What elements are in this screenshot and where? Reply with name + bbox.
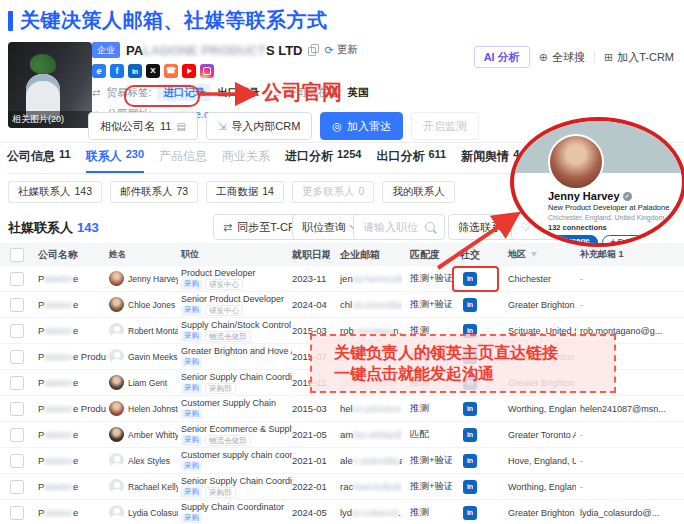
- tab-count: 611: [428, 148, 446, 160]
- linkedin-icon[interactable]: in: [128, 64, 142, 78]
- social-icon-row: efinX☎: [92, 64, 492, 78]
- position-badges: 采购: [181, 409, 292, 419]
- subtab-工商数据[interactable]: 工商数据14: [206, 181, 284, 203]
- contact-name[interactable]: Liam Gent: [128, 378, 167, 388]
- contact-name[interactable]: Alex Styles: [128, 456, 170, 466]
- contact-name[interactable]: Helen Johnstone: [128, 404, 178, 414]
- table-row[interactable]: PaladoneAlex StylesCustomer supply chain…: [0, 448, 684, 474]
- table-row[interactable]: PaladoneJenny HarveyProduct Developer采购研…: [0, 266, 684, 292]
- join-radar-button[interactable]: ◎加入雷达: [320, 112, 403, 140]
- tab-商业关系[interactable]: 商业关系: [222, 148, 270, 173]
- email-cell: rachael.kelly@a...: [330, 481, 402, 492]
- tab-公司信息[interactable]: 公司信息11: [7, 148, 71, 173]
- column-header-label: 姓名: [109, 249, 126, 261]
- position-badges: 采购采购部: [181, 487, 292, 498]
- row-checkbox[interactable]: [10, 506, 24, 520]
- select-all-checkbox[interactable]: [10, 248, 24, 262]
- global-search-button[interactable]: ⊕全球搜: [539, 50, 585, 65]
- company-photo[interactable]: 相关图片(20): [8, 42, 92, 128]
- linkedin-icon[interactable]: in: [463, 298, 477, 312]
- row-checkbox[interactable]: [10, 298, 24, 312]
- tcrm-icon: ⊞: [604, 51, 613, 64]
- position-cell: Product Developer采购研发中心: [178, 268, 292, 290]
- subtab-label: 更多联系人: [302, 185, 355, 199]
- linkedin-icon[interactable]: in: [463, 454, 477, 468]
- company-cell: Paladone: [34, 377, 106, 388]
- row-checkbox[interactable]: [10, 376, 24, 390]
- refresh-button[interactable]: ⟳更新: [324, 43, 357, 57]
- contact-name[interactable]: Robert Monta...: [128, 326, 178, 336]
- contact-name[interactable]: Chloe Jones: [128, 300, 175, 310]
- join-tcrm-button[interactable]: ⊞加入T-CRM: [604, 50, 674, 65]
- tab-产品信息[interactable]: 产品信息: [159, 148, 207, 173]
- contact-name[interactable]: Amber Whitty: [128, 430, 178, 440]
- row-checkbox[interactable]: [10, 324, 24, 338]
- start-date-cell: 2024-04: [292, 299, 330, 310]
- linkedin-icon[interactable]: in: [463, 428, 477, 442]
- filter-funnel-icon[interactable]: [531, 252, 537, 257]
- trade-tags-icon: ⇄: [92, 87, 100, 98]
- social-cell: in: [452, 454, 488, 468]
- x-icon[interactable]: X: [146, 64, 160, 78]
- table-row[interactable]: PaladoneLydia ColasurdoSupply Chain Coor…: [0, 500, 684, 524]
- similar-companies-button[interactable]: 相似公司名11▤: [88, 112, 198, 140]
- row-checkbox[interactable]: [10, 402, 24, 416]
- tab-label: 商业关系: [222, 148, 270, 165]
- phone-icon[interactable]: ☎: [164, 64, 178, 78]
- profile-avatar: [548, 134, 604, 190]
- table-row[interactable]: PaladoneRachael KellySenior Supply Chain…: [0, 474, 684, 500]
- tab-count: 11: [59, 148, 71, 160]
- copy-icon[interactable]: [308, 44, 318, 56]
- tab-出口分析[interactable]: 出口分析611: [376, 148, 446, 173]
- linkedin-icon[interactable]: in: [463, 402, 477, 416]
- company-cell: Paladone: [34, 507, 106, 518]
- position-cell: Supply Chain/Stock Control采购物流仓储部: [178, 320, 292, 342]
- tab-联系人[interactable]: 联系人230: [86, 148, 144, 173]
- facebook-icon[interactable]: f: [110, 64, 124, 78]
- extra-email-cell: lydia_colasurdo@...: [576, 508, 684, 518]
- contact-name[interactable]: Jenny Harvey: [128, 274, 178, 284]
- column-header-label: 匹配度: [410, 249, 440, 260]
- table-row[interactable]: PaladoneAmber WhittySenior Ecommerce & S…: [0, 422, 684, 448]
- export-records-tag[interactable]: 出口记录: [217, 86, 259, 100]
- row-checkbox[interactable]: [10, 454, 24, 468]
- department-name-badge: 采购部: [205, 383, 236, 394]
- column-header: 社交: [452, 248, 488, 262]
- row-checkbox[interactable]: [10, 428, 24, 442]
- table-row[interactable]: PaladoneChloe JonesSenior Product Develo…: [0, 292, 684, 318]
- tab-进口分析[interactable]: 进口分析1254: [285, 148, 361, 173]
- export-icon: ⇲: [218, 121, 226, 132]
- tab-label: 产品信息: [159, 148, 207, 165]
- subtab-社媒联系人[interactable]: 社媒联系人143: [8, 181, 102, 203]
- extra-email-cell: -: [576, 482, 684, 492]
- instagram-icon[interactable]: [200, 64, 214, 78]
- website-icon[interactable]: e: [92, 64, 106, 78]
- position-badges: 采购: [181, 357, 292, 367]
- youtube-icon[interactable]: [182, 64, 196, 78]
- row-checkbox[interactable]: [10, 480, 24, 494]
- import-crm-button[interactable]: ⇲导入内部CRM: [206, 112, 312, 140]
- row-checkbox[interactable]: [10, 272, 24, 286]
- department-badge: 采购: [181, 461, 202, 471]
- position-cell: Senior Product Developer采购研发中心: [178, 294, 292, 316]
- table-row[interactable]: Paladone Produc...Helen JohnstoneCustome…: [0, 396, 684, 422]
- subtab-更多联系人[interactable]: 更多联系人0: [292, 181, 374, 203]
- job-search-input[interactable]: 请输入职位: [353, 214, 445, 240]
- linkedin-profile-card: Jenny Harvey✓ New Product Developer at P…: [510, 117, 684, 247]
- monitor-button[interactable]: 开启监测: [411, 112, 479, 140]
- column-header-label: 社交: [460, 248, 480, 262]
- ai-analysis-button[interactable]: AI 分析: [474, 46, 530, 68]
- search-icon[interactable]: [425, 222, 435, 232]
- subtab-我的联系人[interactable]: 我的联系人: [382, 181, 455, 203]
- linkedin-note-box: 关键负责人的领英主页直达链接 一键点击就能发起沟通: [310, 334, 616, 393]
- contact-name[interactable]: Rachael Kelly: [128, 482, 178, 492]
- related-images-caption[interactable]: 相关图片(20): [8, 111, 92, 128]
- match-level-cell: 推测+验证: [402, 480, 452, 493]
- subtab-邮件联系人[interactable]: 邮件联系人73: [110, 181, 198, 203]
- contact-name[interactable]: Lydia Colasurdo: [128, 508, 178, 518]
- row-checkbox[interactable]: [10, 350, 24, 364]
- linkedin-icon[interactable]: in: [463, 480, 477, 494]
- contact-name[interactable]: Gavin Meeks: [128, 352, 178, 362]
- linkedin-icon[interactable]: in: [463, 506, 477, 520]
- verified-icon: ✓: [623, 192, 632, 201]
